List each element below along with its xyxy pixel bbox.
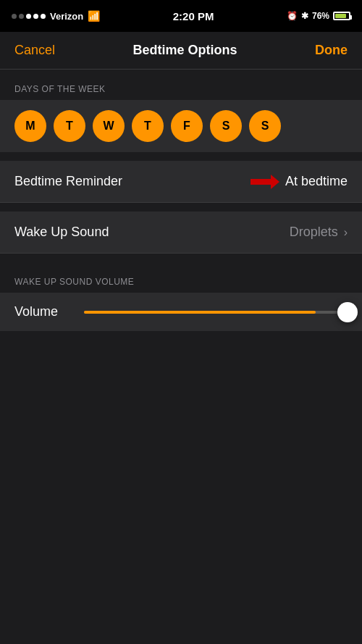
day-thursday[interactable]: T <box>132 110 164 142</box>
volume-section: Volume <box>0 293 362 331</box>
wake-up-sound-row[interactable]: Wake Up Sound Droplets › <box>0 212 362 254</box>
day-friday[interactable]: F <box>171 110 203 142</box>
day-saturday[interactable]: S <box>210 110 242 142</box>
volume-row: Volume <box>14 304 348 319</box>
carrier-label: Verizon <box>50 11 83 22</box>
volume-section-label: WAKE UP SOUND VOLUME <box>0 262 362 293</box>
signal-dot-5 <box>41 14 46 19</box>
volume-slider-track[interactable] <box>84 311 348 314</box>
done-button[interactable]: Done <box>315 43 348 58</box>
section-gap-1 <box>0 152 362 161</box>
svg-marker-0 <box>251 175 279 189</box>
volume-label: Volume <box>14 304 72 319</box>
status-left: Verizon 📶 <box>12 10 100 22</box>
nav-bar: Cancel Bedtime Options Done <box>0 32 362 70</box>
red-arrow-icon <box>251 173 279 191</box>
day-sunday[interactable]: S <box>249 110 281 142</box>
cancel-button[interactable]: Cancel <box>14 43 55 58</box>
bedtime-reminder-label: Bedtime Reminder <box>14 174 251 189</box>
day-monday[interactable]: M <box>14 110 46 142</box>
signal-dot-2 <box>19 14 24 19</box>
status-right: ⏰ ✱ 76% <box>287 11 350 21</box>
bedtime-reminder-row[interactable]: Bedtime Reminder At bedtime <box>0 161 362 203</box>
bedtime-reminder-value: At bedtime <box>285 174 348 189</box>
wake-up-sound-label: Wake Up Sound <box>14 225 109 240</box>
battery-percent: 76% <box>312 11 329 21</box>
days-container: M T W T F S S <box>0 100 362 152</box>
nav-title: Bedtime Options <box>133 43 237 58</box>
section-gap-3 <box>0 254 362 262</box>
status-time: 2:20 PM <box>173 10 214 22</box>
signal-dot-4 <box>33 14 38 19</box>
signal-dot-1 <box>12 14 17 19</box>
day-wednesday[interactable]: W <box>93 110 125 142</box>
signal-dots <box>12 14 46 19</box>
section-gap-2 <box>0 203 362 212</box>
signal-dot-3 <box>26 14 31 19</box>
wake-up-sound-value: Droplets › <box>290 225 348 240</box>
days-section-label: DAYS OF THE WEEK <box>0 70 362 100</box>
volume-slider-fill <box>84 311 316 314</box>
alarm-icon: ⏰ <box>287 11 298 21</box>
wifi-icon: 📶 <box>88 10 100 22</box>
day-tuesday[interactable]: T <box>54 110 85 142</box>
bluetooth-icon: ✱ <box>301 11 308 21</box>
battery-icon <box>333 12 350 20</box>
status-bar: Verizon 📶 2:20 PM ⏰ ✱ 76% <box>0 0 362 32</box>
volume-slider-thumb[interactable] <box>337 302 358 322</box>
chevron-icon: › <box>344 226 348 239</box>
